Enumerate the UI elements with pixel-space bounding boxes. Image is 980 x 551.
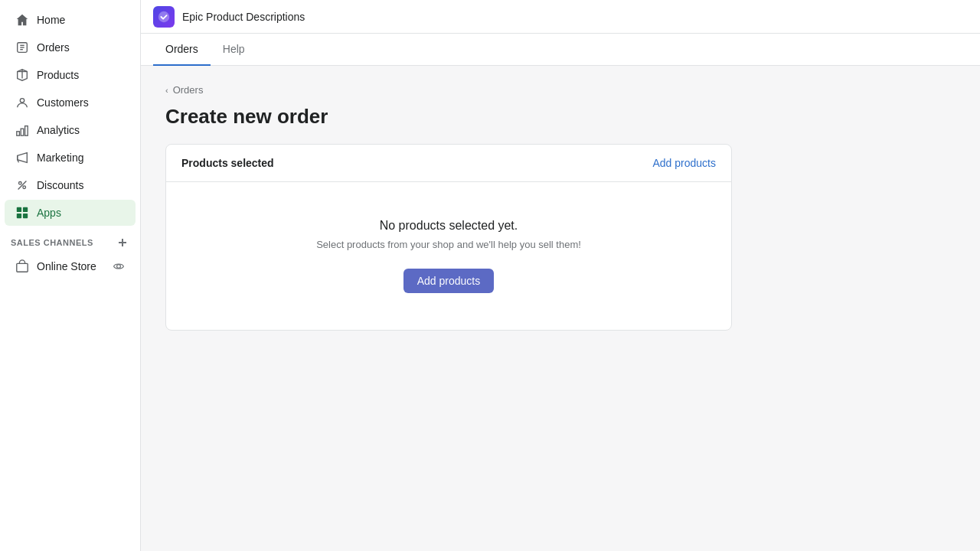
svg-rect-16 (17, 214, 21, 218)
tab-orders[interactable]: Orders (153, 34, 211, 66)
add-products-button[interactable]: Add products (403, 269, 495, 293)
svg-point-6 (20, 99, 24, 103)
orders-icon (15, 41, 29, 54)
svg-point-22 (158, 11, 169, 21)
card-header: Products selected Add products (166, 145, 731, 182)
svg-point-11 (19, 182, 22, 185)
svg-rect-15 (23, 207, 28, 212)
page-title: Create new order (165, 105, 956, 129)
breadcrumb-chevron-icon: ‹ (165, 86, 168, 95)
card-body: No products selected yet. Select product… (166, 182, 731, 330)
breadcrumb[interactable]: ‹ Orders (165, 84, 956, 96)
analytics-icon (15, 123, 29, 137)
sidebar: Home Orders Products Customers Analytics… (0, 0, 141, 551)
sidebar-item-apps[interactable]: Apps (5, 200, 136, 226)
marketing-icon (15, 151, 29, 165)
tab-help[interactable]: Help (211, 34, 257, 66)
app-icon (153, 6, 175, 28)
apps-icon (15, 206, 29, 220)
main-content: Epic Product Descriptions Orders Help ‹ … (141, 0, 980, 551)
sales-channels-label: SALES CHANNELS (11, 238, 93, 247)
svg-rect-20 (17, 263, 28, 272)
page-content: ‹ Orders Create new order Products selec… (141, 66, 980, 551)
app-header: Epic Product Descriptions (141, 0, 980, 34)
products-icon (15, 68, 29, 82)
sidebar-item-customers[interactable]: Customers (5, 90, 136, 116)
sidebar-item-marketing[interactable]: Marketing (5, 145, 136, 171)
sidebar-item-marketing-label: Marketing (37, 152, 83, 164)
discounts-icon (15, 178, 29, 192)
svg-rect-8 (21, 129, 24, 135)
sidebar-item-online-store-label: Online Store (37, 260, 96, 272)
empty-state-description: Select products from your shop and we'll… (316, 239, 581, 250)
home-icon (15, 13, 29, 27)
sidebar-item-analytics[interactable]: Analytics (5, 117, 136, 143)
sidebar-item-orders[interactable]: Orders (5, 34, 136, 60)
add-sales-channel-button[interactable] (116, 236, 129, 249)
sidebar-item-customers-label: Customers (37, 96, 89, 109)
card-header-title: Products selected (181, 157, 274, 169)
tabs-bar: Orders Help (141, 34, 980, 66)
sidebar-item-home-label: Home (37, 14, 65, 26)
empty-state-title: No products selected yet. (380, 219, 518, 233)
online-store-visibility-icon[interactable] (113, 260, 125, 272)
svg-rect-14 (17, 207, 21, 212)
sidebar-item-discounts-label: Discounts (37, 179, 83, 191)
sidebar-item-products[interactable]: Products (5, 62, 136, 88)
sidebar-item-analytics-label: Analytics (37, 124, 80, 136)
sidebar-item-apps-label: Apps (37, 207, 61, 219)
sidebar-item-home[interactable]: Home (5, 7, 136, 33)
sidebar-item-online-store[interactable]: Online Store (5, 253, 136, 279)
app-title: Epic Product Descriptions (182, 11, 305, 23)
svg-rect-17 (23, 214, 28, 218)
svg-point-12 (23, 186, 26, 189)
customers-icon (15, 96, 29, 109)
online-store-icon (15, 259, 29, 273)
sidebar-item-orders-label: Orders (37, 41, 70, 54)
sidebar-item-products-label: Products (37, 69, 79, 81)
sidebar-item-discounts[interactable]: Discounts (5, 172, 136, 198)
products-card: Products selected Add products No produc… (165, 144, 732, 331)
svg-rect-7 (17, 132, 20, 135)
svg-rect-9 (25, 126, 28, 136)
breadcrumb-label: Orders (173, 84, 204, 96)
sales-channels-section: SALES CHANNELS (0, 227, 140, 253)
card-header-add-products-link[interactable]: Add products (653, 157, 717, 169)
svg-point-21 (117, 265, 121, 269)
